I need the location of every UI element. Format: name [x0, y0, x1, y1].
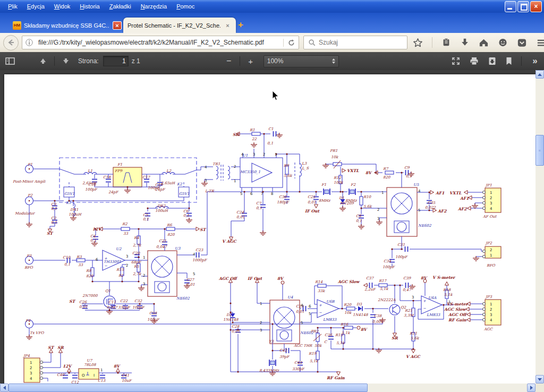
- svg-text:39pF: 39pF: [279, 355, 290, 359]
- svg-text:100pF: 100pF: [132, 305, 145, 310]
- menu-edycja[interactable]: Edycja: [22, 2, 49, 11]
- url-input[interactable]: [36, 39, 283, 46]
- scroll-down-icon[interactable]: [536, 375, 544, 384]
- svg-text:8MHz: 8MHz: [319, 199, 331, 203]
- menu-plik[interactable]: Plik: [3, 2, 22, 11]
- vertical-scroll-thumb[interactable]: ≡: [536, 135, 544, 166]
- svg-text:−: −: [423, 306, 426, 311]
- svg-text:R18: R18: [443, 288, 451, 292]
- svg-text:AF1: AF1: [460, 196, 469, 201]
- page-down-icon[interactable]: [59, 57, 73, 65]
- zoom-out-button[interactable]: −: [223, 56, 235, 66]
- presentation-mode-icon[interactable]: [447, 57, 465, 65]
- svg-text:C1: C1: [268, 127, 274, 131]
- svg-text:C2: C2: [51, 216, 56, 220]
- zoom-in-button[interactable]: +: [244, 57, 257, 66]
- restore-button[interactable]: [517, 1, 529, 12]
- menu-hamburger-icon[interactable]: [536, 38, 544, 48]
- scroll-up-icon[interactable]: [536, 70, 544, 79]
- svg-text:1N4148: 1N4148: [353, 313, 368, 317]
- menu-narzedzia[interactable]: Narzędzia: [136, 2, 172, 11]
- svg-text:0,1: 0,1: [406, 174, 412, 178]
- search-icon: [306, 39, 318, 46]
- svg-text:R16: R16: [341, 322, 348, 327]
- svg-text:Q1: Q1: [105, 289, 110, 293]
- page-count-label: z 1: [132, 57, 140, 65]
- vertical-scrollbar[interactable]: ≡: [536, 70, 544, 384]
- svg-text:5,6k: 5,6k: [363, 204, 372, 209]
- download-icon[interactable]: [483, 57, 501, 65]
- svg-text:C28: C28: [232, 325, 240, 329]
- svg-text:1000pF: 1000pF: [192, 258, 207, 262]
- svg-text:820: 820: [167, 233, 175, 237]
- svg-text:1: 1: [448, 300, 450, 304]
- new-tab-button[interactable]: +: [234, 19, 248, 31]
- menu-historia[interactable]: Historia: [75, 2, 104, 11]
- svg-text:U4: U4: [287, 295, 293, 300]
- tab-close-icon[interactable]: ×: [113, 21, 122, 30]
- svg-text:0,022: 0,022: [425, 206, 436, 210]
- page-up-icon[interactable]: [36, 57, 50, 65]
- svg-text:R14: R14: [315, 280, 323, 284]
- svg-text:P1: P1: [28, 163, 32, 167]
- info-icon[interactable]: [22, 38, 36, 47]
- menu-zakladki[interactable]: Zakładki: [105, 2, 136, 11]
- svg-text:3: 3: [205, 178, 207, 183]
- svg-text:C17: C17: [142, 175, 151, 180]
- svg-text:8V: 8V: [421, 276, 428, 280]
- svg-text:R15: R15: [116, 268, 124, 272]
- menu-pomoc[interactable]: Pomoc: [172, 2, 199, 11]
- svg-text:C25: C25: [308, 195, 316, 199]
- back-button[interactable]: [3, 35, 19, 50]
- downloads-icon[interactable]: [460, 38, 470, 47]
- svg-text:1: 1: [260, 302, 262, 306]
- bookmark-star-icon[interactable]: [413, 38, 423, 48]
- svg-text:K1: K1: [66, 201, 71, 205]
- minimize-button[interactable]: [505, 1, 516, 12]
- search-input[interactable]: [318, 38, 405, 47]
- svg-text:R19: R19: [309, 352, 317, 356]
- svg-text:D3: D3: [356, 302, 362, 306]
- tab-ssb-article[interactable]: HM Składamy wzbudnicę SSB G4C... ×: [8, 18, 126, 33]
- tab-pdf-schematic[interactable]: Protel Schematic - IF_K2_V2_Sche... ×: [123, 18, 236, 33]
- pocket-icon[interactable]: [517, 38, 527, 48]
- svg-text:22: 22: [252, 137, 257, 141]
- zoom-select[interactable]: 100%: [264, 55, 339, 67]
- svg-text:4: 4: [205, 165, 207, 169]
- svg-text:R20: R20: [344, 303, 352, 307]
- reload-icon[interactable]: [283, 39, 299, 47]
- bookmarks-menu-icon[interactable]: [441, 38, 451, 47]
- scroll-right-icon[interactable]: [527, 384, 536, 392]
- more-tools-icon[interactable]: »: [526, 56, 544, 66]
- svg-text:R17: R17: [379, 279, 387, 283]
- horizontal-scrollbar[interactable]: [0, 384, 536, 392]
- toolbar-buttons: [413, 37, 544, 48]
- page-number-input[interactable]: [103, 56, 129, 66]
- svg-text:F1: F1: [321, 183, 326, 187]
- print-icon[interactable]: [465, 57, 483, 65]
- search-bar[interactable]: [303, 36, 407, 49]
- svg-text:100pF: 100pF: [85, 188, 98, 192]
- scroll-left-icon[interactable]: [0, 384, 8, 392]
- url-bar[interactable]: [22, 36, 299, 49]
- horizontal-scroll-thumb[interactable]: [8, 384, 368, 392]
- tab-close-icon[interactable]: ×: [224, 22, 232, 29]
- svg-text:C37: C37: [366, 276, 375, 280]
- svg-text:1: 1: [490, 253, 492, 258]
- svg-text:3: 3: [490, 313, 492, 317]
- svg-text:R6: R6: [167, 223, 172, 227]
- menu-widok[interactable]: Widok: [49, 2, 75, 11]
- svg-text:PR1: PR1: [330, 149, 337, 153]
- svg-text:C31: C31: [397, 243, 405, 247]
- svg-text:2N2222A: 2N2222A: [378, 298, 396, 302]
- svg-text:ST: ST: [200, 227, 206, 232]
- svg-text:24pF: 24pF: [155, 188, 165, 192]
- svg-text:C23: C23: [196, 248, 203, 252]
- sidebar-toggle-icon[interactable]: [0, 57, 20, 65]
- close-button[interactable]: ×: [530, 1, 542, 12]
- svg-text:ST: ST: [69, 299, 75, 304]
- home-icon[interactable]: [479, 38, 489, 48]
- svg-text:7: 7: [261, 192, 263, 196]
- hello-icon[interactable]: [498, 38, 508, 48]
- bookmark-icon[interactable]: [501, 57, 517, 65]
